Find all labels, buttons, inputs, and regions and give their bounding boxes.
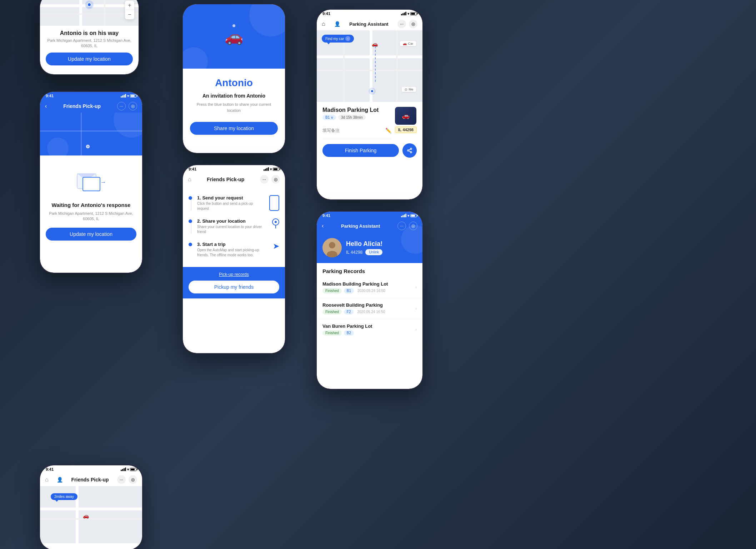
update-location-button-1[interactable]: Update my location <box>46 53 133 65</box>
duration-tag: 3d 15h 38min <box>338 115 366 120</box>
record-3-meta: Finished B2 <box>322 330 372 336</box>
step-2-connector <box>191 223 191 234</box>
finish-parking-button[interactable]: Finish Parking <box>322 144 399 157</box>
status-icons-6: ▾ <box>401 12 417 16</box>
step-2-text: 2. Share your location Share your curren… <box>197 218 267 234</box>
status-icons-5: ▾ <box>264 167 279 171</box>
battery-5 <box>273 168 279 171</box>
license-plate: IL 44298 <box>395 126 417 133</box>
profile-area: Hello Alicia! IL 44298 Unlink <box>317 232 422 263</box>
pickup-records-link[interactable]: Pick-up records <box>189 272 279 277</box>
car-illustration: 🚗 <box>225 28 243 45</box>
location-icon-6[interactable]: ◎ <box>409 20 417 28</box>
step-3-indicator <box>189 242 192 246</box>
more-icon-3[interactable]: ··· <box>117 475 126 484</box>
step-3-text: 3. Start a trip Open the AutoMap and sta… <box>197 242 268 258</box>
car-thumbnail-area: 🚗 IL 44298 <box>395 107 417 133</box>
more-icon-6[interactable]: ··· <box>397 20 406 28</box>
back-button-7[interactable]: ‹ <box>322 223 324 229</box>
share-button[interactable] <box>402 143 417 158</box>
update-location-button-2[interactable]: Update my location <box>46 228 136 241</box>
battery-icon <box>130 94 136 98</box>
step-3-title: 3. Start a trip <box>197 242 268 247</box>
nav-title-2: Friends Pick-up <box>63 103 101 109</box>
parking-lot-meta: B1 ∨ 3d 15h 38min <box>322 115 391 120</box>
time-5: 9:41 <box>189 167 196 171</box>
step-2-indicator <box>189 218 192 234</box>
record-row-2[interactable]: Roosevelt Building Parking Finished F2 2… <box>317 298 422 319</box>
signal-icon <box>121 94 126 98</box>
location-icon-3[interactable]: ◎ <box>129 475 137 484</box>
zoom-in-button[interactable]: + <box>125 1 134 10</box>
home-icon-3[interactable]: ⌂ <box>45 476 49 483</box>
record-row-3[interactable]: Van Buren Parking Lot Finished B2 › <box>317 319 422 340</box>
more-icon-2[interactable]: ··· <box>117 102 126 110</box>
car-label: 🚗Car <box>400 41 416 46</box>
nav-title-3: Friends Pick-up <box>71 477 109 483</box>
phone-3: 9:41 ▾ ⌂ 👤 Friends Pick-up ··· <box>39 465 143 549</box>
parking-lot-name: Madison Parking Lot <box>322 107 391 113</box>
status-bar-2: 9:41 ▾ <box>40 92 142 100</box>
phone1-content: Antonio is on his way Park Michigan Apar… <box>40 26 139 70</box>
waiting-illustration: → <box>46 163 136 202</box>
map-pin-blue <box>86 145 90 148</box>
map-area-6: Find my car i 🚗 🚗Car ◎Me <box>317 30 422 102</box>
parking-info-card: Madison Parking Lot B1 ∨ 3d 15h 38min ✏️ <box>317 102 422 163</box>
parking-details: Madison Parking Lot B1 ∨ 3d 15h 38min ✏️ <box>322 107 391 139</box>
chevron-3: › <box>415 327 417 332</box>
records-title: Parking Records <box>322 268 417 274</box>
home-icon-5[interactable]: ⌂ <box>188 176 191 183</box>
home-icon-6[interactable]: ⌂ <box>322 21 325 27</box>
record-3-title: Van Buren Parking Lot <box>322 323 372 329</box>
record-2-date: 2020.05.24 16:50 <box>357 310 385 314</box>
status-icons-7: ▾ <box>401 214 417 218</box>
invitation-content: Antonio An invitation from Antonio Press… <box>183 69 285 143</box>
person-icon-6[interactable]: 👤 <box>334 21 340 27</box>
phone-4: 🚗 Antonio An invitation from Antonio Pre… <box>182 4 286 154</box>
arrow-right: → <box>100 179 106 186</box>
location-icon-2[interactable]: ◎ <box>129 102 137 110</box>
step-3-icon: ➤ <box>273 242 279 251</box>
zoom-out-button[interactable]: − <box>125 10 134 19</box>
pickup-friends-button[interactable]: Pickup my friends <box>189 281 279 293</box>
svg-point-6 <box>329 242 335 248</box>
nav-title-7: Parking Assistant <box>341 223 380 229</box>
location-icon-5[interactable]: ◎ <box>271 175 280 184</box>
record-2-status: Finished <box>322 309 342 315</box>
phone-5: 9:41 ▾ ⌂ Friends Pick-up ··· ◎ <box>182 164 286 354</box>
phone-6: 9:41 ▾ ⌂ 👤 Parking Assistant ··· <box>316 9 423 200</box>
back-button-2[interactable]: ‹ <box>45 103 47 109</box>
status-bar-3: 9:41 ▾ <box>40 465 142 473</box>
wifi-7: ▾ <box>407 214 409 218</box>
edit-icon[interactable]: ✏️ <box>385 128 391 133</box>
share-location-button[interactable]: Share my location <box>190 122 278 135</box>
more-icon-5[interactable]: ··· <box>260 175 269 184</box>
person-icon-3[interactable]: 👤 <box>57 477 63 483</box>
blue-map-2 <box>40 113 142 155</box>
chevron-1: › <box>415 285 417 290</box>
battery-6 <box>410 12 417 15</box>
phone2-content: → Waiting for Antonio's response Park Mi… <box>40 155 142 248</box>
notes-input[interactable] <box>322 125 385 136</box>
zoom-controls[interactable]: + − <box>125 1 134 19</box>
record-row-1[interactable]: Madison Building Parking Lot Finished B1… <box>317 277 422 298</box>
wifi-6: ▾ <box>407 12 409 16</box>
find-car-badge[interactable]: Find my car i <box>322 35 354 43</box>
map-area-3: 2miles away 🚗 <box>40 486 142 543</box>
status-bar-5: 9:41 ▾ <box>183 165 285 173</box>
more-icon-7[interactable]: ··· <box>397 222 406 230</box>
unlink-button[interactable]: Unlink <box>365 249 382 255</box>
record-3-floor: B2 <box>344 330 354 336</box>
record-2-meta: Finished F2 2020.05.24 16:50 <box>322 309 385 315</box>
path-line <box>375 46 376 82</box>
status-icons-3: ▾ <box>121 468 136 471</box>
step-3-dot <box>189 243 192 246</box>
nav-bar-5: ⌂ Friends Pick-up ··· ◎ <box>183 173 285 186</box>
parking-actions: Finish Parking <box>322 143 417 158</box>
waiting-title: Waiting for Antonio's response <box>46 202 136 208</box>
share-icon <box>407 148 412 153</box>
record-1-meta: Finished B1 2020.05.24 16:50 <box>322 288 388 293</box>
chevron-2: › <box>415 306 417 311</box>
step-1-title: 1. Send your request <box>197 195 264 201</box>
battery-7 <box>410 214 417 217</box>
